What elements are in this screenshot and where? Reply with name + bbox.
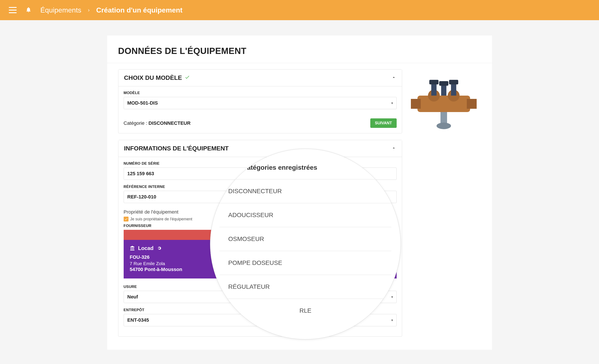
entrepot-value: ENT-0345 [127,317,149,323]
panel-model-header[interactable]: CHOIX DU MODÈLE [118,70,402,86]
breadcrumb: Équipements › Création d'un équipement [40,6,182,14]
ref-value: REF-120-010 [127,194,156,200]
panel-model: CHOIX DU MODÈLE MODÈLE [118,69,402,133]
svg-rect-2 [467,99,477,109]
menu-icon[interactable] [9,7,17,13]
usure-value: Neuf [127,294,138,300]
page-title: DONNÉES DE L'ÉQUIPEMENT [107,46,492,63]
svg-rect-1 [411,99,421,109]
category-item[interactable]: ADOUCISSEUR [220,203,391,227]
svg-rect-8 [429,80,439,84]
svg-rect-0 [417,96,470,112]
panel-info-title: INFORMATIONS DE L'ÉQUIPEMENT [124,145,229,152]
chevron-up-icon[interactable] [391,146,396,151]
gear-icon[interactable] [157,246,162,251]
caret-down-icon: ▾ [391,101,393,105]
svg-point-12 [437,123,451,129]
svg-rect-9 [449,80,458,84]
supplier-name: Locad [138,245,154,251]
chevron-right-icon: › [88,7,90,13]
model-value: MOD-501-DIS [127,100,158,106]
app-header: Équipements › Création d'un équipement [0,0,599,20]
bell-icon[interactable] [26,7,32,14]
chevron-up-icon[interactable] [391,75,396,81]
equipment-image [411,69,477,135]
svg-rect-10 [439,81,448,86]
bank-icon [130,246,135,251]
panel-model-title: CHOIX DU MODÈLE [124,74,182,81]
caret-down-icon: ▾ [391,318,393,322]
ownership-checkbox-label: Je suis propriétaire de l'équipement [130,217,193,222]
panel-info-header[interactable]: INFORMATIONS DE L'ÉQUIPEMENT [118,140,402,157]
category-item[interactable]: POMPE DOSEUSE [220,251,391,275]
category-item[interactable]: RÉGULATEUR [220,275,391,299]
category-value: DISCONNECTEUR [149,120,191,126]
category-item[interactable]: OSMOSEUR [220,227,391,251]
check-icon [185,74,190,81]
categories-popover: Catégories enregistrées DISCONNECTEUR AD… [210,149,401,339]
model-label: MODÈLE [124,91,397,95]
next-button[interactable]: SUIVANT [370,118,397,128]
category-item[interactable]: DISCONNECTEUR [220,179,391,203]
serial-value: 125 159 663 [127,171,154,177]
checkbox-checked-icon[interactable] [124,217,129,222]
category-label: Catégorie : [124,120,147,126]
model-select[interactable]: MOD-501-DIS ▾ [124,97,397,109]
breadcrumb-current: Création d'un équipement [96,6,182,14]
caret-down-icon: ▾ [391,295,393,299]
breadcrumb-root[interactable]: Équipements [40,6,81,14]
accent-bar [0,0,599,1]
